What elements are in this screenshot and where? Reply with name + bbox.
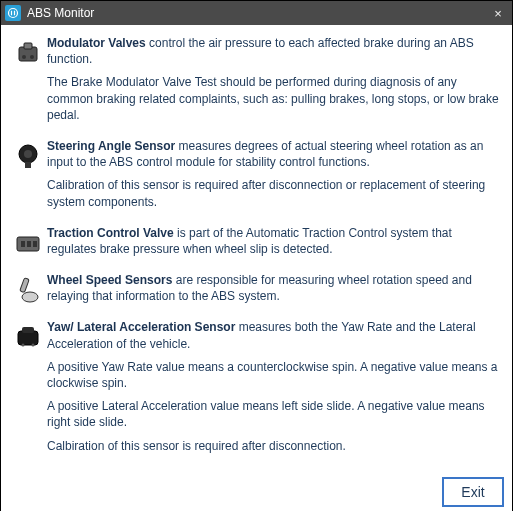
svg-rect-6 <box>25 162 31 168</box>
svg-rect-11 <box>20 278 29 293</box>
section-lead: Steering Angle Sensor measures degrees o… <box>47 138 504 170</box>
svg-point-5 <box>24 150 32 158</box>
modulator-valve-icon <box>12 37 44 69</box>
traction-valve-icon <box>12 227 44 259</box>
section-lead: Wheel Speed Sensors are responsible for … <box>47 272 504 304</box>
svg-rect-9 <box>27 241 31 247</box>
section-modulator-valves: Modulator Valves control the air pressur… <box>9 35 504 130</box>
svg-rect-8 <box>21 241 25 247</box>
svg-point-3 <box>30 55 34 59</box>
section-traction-control-valve: Traction Control Valve is part of the Au… <box>9 225 504 264</box>
svg-rect-14 <box>22 327 34 333</box>
svg-point-2 <box>22 55 26 59</box>
section-text: The Brake Modulator Valve Test should be… <box>47 74 504 123</box>
titlebar: ABS Monitor × <box>1 1 512 25</box>
section-text: Calibration of this sensor is required a… <box>47 177 504 209</box>
section-lead: Yaw/ Lateral Acceleration Sensor measure… <box>47 319 504 351</box>
section-text: A positive Yaw Rate value means a counte… <box>47 359 504 391</box>
dialog-window: ABS Monitor × Modulator Valves control t… <box>0 0 513 511</box>
section-lead: Traction Control Valve is part of the Au… <box>47 225 504 257</box>
wheel-speed-sensor-icon <box>12 274 44 306</box>
svg-rect-13 <box>18 331 38 345</box>
app-icon <box>5 5 21 21</box>
section-yaw-lateral-sensor: Yaw/ Lateral Acceleration Sensor measure… <box>9 319 504 460</box>
section-steering-angle-sensor: Steering Angle Sensor measures degrees o… <box>9 138 504 217</box>
button-row: Exit <box>1 471 512 511</box>
section-text: Calbiration of this sensor is required a… <box>47 438 504 454</box>
section-text: A positive Lateral Acceleration value me… <box>47 398 504 430</box>
svg-point-15 <box>22 344 25 347</box>
svg-point-12 <box>22 292 38 302</box>
content-area: Modulator Valves control the air pressur… <box>1 25 512 471</box>
svg-point-16 <box>32 344 35 347</box>
yaw-sensor-icon <box>12 321 44 353</box>
exit-button[interactable]: Exit <box>442 477 504 507</box>
svg-rect-10 <box>33 241 37 247</box>
close-button[interactable]: × <box>488 6 508 21</box>
svg-rect-1 <box>24 43 32 49</box>
section-wheel-speed-sensors: Wheel Speed Sensors are responsible for … <box>9 272 504 311</box>
steering-sensor-icon <box>12 140 44 172</box>
window-title: ABS Monitor <box>27 6 488 20</box>
section-lead: Modulator Valves control the air pressur… <box>47 35 504 67</box>
